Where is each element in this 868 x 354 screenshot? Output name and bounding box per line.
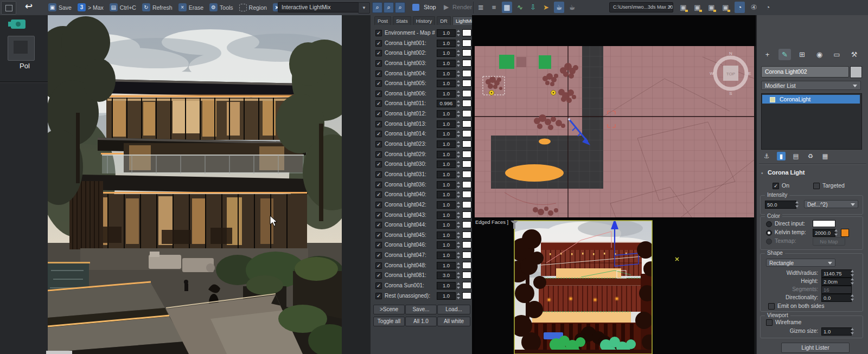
- direct-input-radio[interactable]: [766, 221, 772, 227]
- row-color-swatch[interactable]: [462, 60, 471, 67]
- badge-4-icon[interactable]: ④: [749, 2, 759, 13]
- row-spinner[interactable]: [457, 282, 461, 289]
- autobackup-save-icon[interactable]: ◔: [735, 2, 745, 13]
- layer-icon-4[interactable]: ▣: [720, 2, 731, 13]
- row-spinner[interactable]: [457, 160, 461, 168]
- to-max-button[interactable]: 3> Max: [75, 2, 106, 12]
- row-spinner[interactable]: [457, 29, 461, 37]
- tab-display[interactable]: ▭: [831, 49, 843, 60]
- row-spinner[interactable]: [457, 262, 461, 269]
- row-value-field[interactable]: 1.0: [437, 181, 456, 189]
- zoom-out-button[interactable]: ⌕: [384, 2, 394, 13]
- stack-item-coronalight[interactable]: CoronaLight: [762, 95, 860, 104]
- row-spinner[interactable]: [457, 90, 461, 98]
- row-color-swatch[interactable]: [462, 100, 471, 107]
- shape-type-dropdown[interactable]: Rectangle: [766, 259, 835, 267]
- tab-utilities[interactable]: ⚒: [848, 49, 860, 60]
- row-checkbox[interactable]: ✓: [375, 252, 382, 259]
- row-checkbox[interactable]: ✓: [375, 222, 382, 228]
- row-spinner[interactable]: [457, 231, 461, 239]
- row-value-field[interactable]: 1.0: [437, 221, 456, 229]
- row-color-swatch[interactable]: [462, 130, 471, 137]
- tab-stats[interactable]: Stats: [393, 16, 411, 25]
- render-presets-icon[interactable]: ≣: [476, 2, 486, 13]
- row-value-field[interactable]: 1.0: [437, 130, 456, 138]
- row-value-field[interactable]: 1.0: [437, 49, 456, 57]
- row-spinner[interactable]: [457, 252, 461, 259]
- row-checkbox[interactable]: ✓: [375, 60, 382, 67]
- row-checkbox[interactable]: ✓: [375, 80, 382, 87]
- row-color-swatch[interactable]: [462, 211, 471, 218]
- lightmix-button-save[interactable]: Save...: [405, 305, 437, 314]
- row-checkbox[interactable]: ✓: [375, 121, 382, 127]
- make-unique-icon[interactable]: ▤: [792, 152, 800, 160]
- directionality-value[interactable]: 0.0: [821, 294, 852, 302]
- curve-editor-icon[interactable]: ∿: [515, 2, 525, 13]
- width-value[interactable]: 1140.75: [821, 269, 852, 278]
- row-spinner[interactable]: [457, 211, 461, 219]
- layer-icon-3[interactable]: ▣: [706, 2, 717, 13]
- row-value-field[interactable]: 3.0: [437, 272, 456, 279]
- row-spinner[interactable]: [457, 70, 461, 78]
- erase-button[interactable]: ×Erase: [176, 2, 206, 12]
- row-spinner[interactable]: [457, 130, 461, 138]
- project-path-dropdown[interactable]: C:\Users\mwo...3ds Max 2024: [609, 2, 673, 12]
- row-spinner[interactable]: [457, 110, 461, 118]
- camera-viewport[interactable]: [475, 217, 754, 354]
- camera-icon[interactable]: [11, 20, 25, 29]
- row-color-swatch[interactable]: [462, 282, 471, 289]
- row-color-swatch[interactable]: [462, 241, 471, 248]
- row-value-field[interactable]: 1.0: [437, 282, 456, 289]
- dropdown-caret-icon[interactable]: ▼: [668, 4, 672, 9]
- undo-icon[interactable]: ↩: [25, 1, 33, 12]
- row-checkbox[interactable]: ✓: [375, 50, 382, 56]
- row-color-swatch[interactable]: [462, 252, 471, 259]
- row-spinner[interactable]: [457, 181, 461, 189]
- row-checkbox[interactable]: ✓: [375, 151, 382, 158]
- row-value-field[interactable]: 1.0: [437, 40, 456, 47]
- row-color-swatch[interactable]: [462, 151, 471, 158]
- row-value-field[interactable]: 1.0: [437, 201, 456, 209]
- muted-object[interactable]: [516, 57, 526, 67]
- rollout-title[interactable]: Corona Light: [768, 169, 805, 176]
- row-value-field[interactable]: 1.0: [437, 160, 456, 168]
- row-spinner[interactable]: [457, 191, 461, 198]
- lightmix-button-load[interactable]: Load...: [437, 305, 470, 314]
- row-checkbox[interactable]: ✓: [375, 40, 382, 47]
- show-end-result-icon[interactable]: ▮: [777, 152, 786, 160]
- row-color-swatch[interactable]: [462, 181, 471, 188]
- row-value-field[interactable]: 1.0: [437, 120, 456, 128]
- dropdown-caret-icon[interactable]: ▼: [358, 2, 370, 14]
- refresh-button[interactable]: ↻Refresh: [139, 2, 175, 12]
- row-spinner[interactable]: [457, 221, 461, 229]
- row-spinner[interactable]: [457, 171, 461, 178]
- row-value-field[interactable]: 1.0: [437, 171, 456, 178]
- row-spinner[interactable]: [457, 272, 461, 279]
- lightmix-button-all10[interactable]: All 1.0: [405, 317, 437, 326]
- height-value[interactable]: 2.0cm: [821, 278, 852, 286]
- row-checkbox[interactable]: ✓: [375, 191, 382, 198]
- rendered-image-view[interactable]: [48, 15, 342, 354]
- top-viewport[interactable]: TOP N W S E: [475, 46, 754, 217]
- row-checkbox[interactable]: ✓: [375, 171, 382, 178]
- texmap-button[interactable]: No Map: [813, 237, 845, 246]
- row-color-swatch[interactable]: [462, 221, 471, 228]
- object-color-swatch[interactable]: [850, 66, 862, 78]
- row-value-field[interactable]: 1.0: [437, 29, 456, 37]
- row-checkbox[interactable]: ✓: [375, 161, 382, 168]
- row-color-swatch[interactable]: [462, 292, 471, 299]
- tab-dr[interactable]: DR: [437, 16, 451, 25]
- lightmix-mode-dropdown[interactable]: Interactive LightMix: [278, 2, 359, 12]
- render-play-icon[interactable]: ▶: [444, 3, 449, 11]
- row-value-field[interactable]: 1.0: [437, 292, 456, 300]
- row-color-swatch[interactable]: [462, 80, 471, 87]
- row-spinner[interactable]: [457, 201, 461, 209]
- row-spinner[interactable]: [457, 40, 461, 47]
- row-checkbox[interactable]: ✓: [375, 272, 382, 279]
- row-color-swatch[interactable]: [462, 231, 471, 239]
- row-checkbox[interactable]: ✓: [375, 30, 382, 36]
- emit-both-sides-checkbox[interactable]: [768, 303, 775, 310]
- on-checkbox[interactable]: ✓: [773, 183, 779, 189]
- window-corner-button[interactable]: [1, 1, 16, 15]
- viewport-shading-label[interactable]: Edged Faces ]: [475, 219, 508, 225]
